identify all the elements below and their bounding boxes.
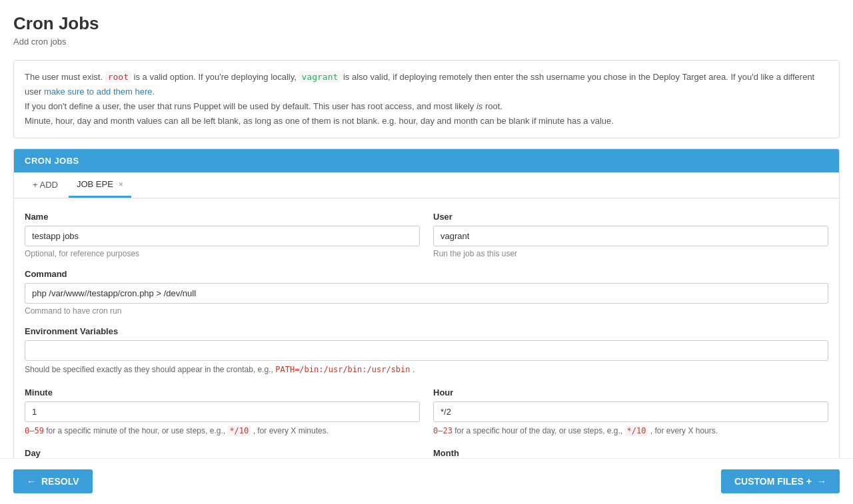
group-user: User Run the job as this user xyxy=(433,212,828,258)
month-label: Month xyxy=(433,448,828,458)
custom-files-label: CUSTOM FILES + xyxy=(734,476,812,487)
command-input[interactable] xyxy=(25,283,828,304)
resolv-button[interactable]: ← RESOLV xyxy=(13,469,93,493)
minute-label: Minute xyxy=(25,387,420,397)
info-line2: If you don't define a user, the user tha… xyxy=(25,99,828,114)
custom-files-button[interactable]: CUSTOM FILES + → xyxy=(721,469,840,493)
info-line3: Minute, hour, day and month values can a… xyxy=(25,114,828,128)
group-minute: Minute 0–59 for a specific minute of the… xyxy=(25,387,420,437)
page-title: Cron Jobs xyxy=(13,13,840,34)
row-minute-hour: Minute 0–59 for a specific minute of the… xyxy=(25,387,828,437)
arrow-left-icon: ← xyxy=(27,476,36,487)
arrow-right-icon: → xyxy=(817,476,826,487)
day-label: Day xyxy=(25,448,420,458)
env-hint: Should be specified exactly as they shou… xyxy=(25,364,828,376)
group-name: Name Optional, for reference purposes xyxy=(25,212,420,258)
minute-hint: 0–59 for a specific minute of the hour, … xyxy=(25,425,420,437)
minute-input[interactable] xyxy=(25,401,420,422)
row-env: Environment Variables Should be specifie… xyxy=(25,326,828,376)
user-input[interactable] xyxy=(433,226,828,246)
tab-close-icon[interactable]: × xyxy=(119,180,123,189)
page-subtitle: Add cron jobs xyxy=(13,37,840,47)
name-hint: Optional, for reference purposes xyxy=(25,249,420,258)
row-command: Command Command to have cron run xyxy=(25,269,828,316)
tab-job-epe[interactable]: JOB EPE × xyxy=(69,172,131,198)
tab-job-label: JOB EPE xyxy=(77,179,113,189)
user-hint: Run the job as this user xyxy=(433,249,828,258)
command-hint: Command to have cron run xyxy=(25,306,828,316)
page-header: Cron Jobs Add cron jobs xyxy=(0,0,853,53)
name-input[interactable] xyxy=(25,226,420,246)
hour-label: Hour xyxy=(433,387,828,397)
info-line1: The user must exist. root is a valid opt… xyxy=(25,70,828,99)
page-wrapper: Cron Jobs Add cron jobs The user must ex… xyxy=(0,0,853,504)
resolv-label: RESOLV xyxy=(41,476,79,487)
panel-header: CRON JOBS xyxy=(14,149,839,172)
row-name-user: Name Optional, for reference purposes Us… xyxy=(25,212,828,258)
group-command: Command Command to have cron run xyxy=(25,269,828,316)
command-label: Command xyxy=(25,269,828,279)
info-box: The user must exist. root is a valid opt… xyxy=(13,60,840,138)
env-label: Environment Variables xyxy=(25,326,828,336)
group-hour: Hour 0–23 for a specific hour of the day… xyxy=(433,387,828,437)
tabs-bar: + ADD JOB EPE × xyxy=(14,172,839,198)
tab-add-label: + ADD xyxy=(33,180,58,190)
name-label: Name xyxy=(25,212,420,222)
add-users-link[interactable]: make sure to add them here xyxy=(44,87,153,97)
cron-jobs-panel: CRON JOBS + ADD JOB EPE × Name Optional,… xyxy=(13,148,840,504)
hour-input[interactable] xyxy=(433,401,828,422)
footer: ← RESOLV CUSTOM FILES + → xyxy=(0,458,853,504)
env-input[interactable] xyxy=(25,340,828,361)
group-env: Environment Variables Should be specifie… xyxy=(25,326,828,376)
tab-add[interactable]: + ADD xyxy=(25,173,66,198)
user-label: User xyxy=(433,212,828,222)
hour-hint: 0–23 for a specific hour of the day, or … xyxy=(433,425,828,437)
